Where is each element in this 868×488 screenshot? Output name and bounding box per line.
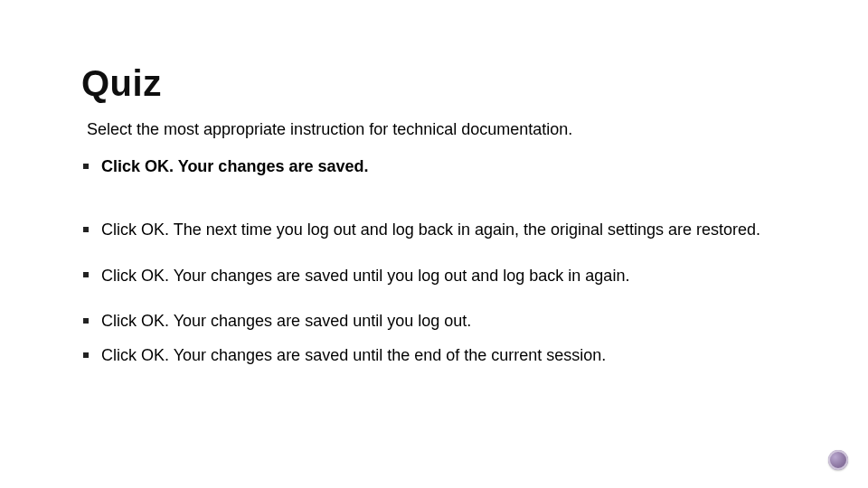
option-text: . Your changes are saved until you log o… [165, 312, 471, 330]
quiz-prompt: Select the most appropriate instruction … [87, 120, 787, 139]
option-prefix: Click OK [101, 346, 165, 364]
option-prefix: Click OK [101, 221, 165, 239]
option-text: . Your changes are saved until the end o… [165, 346, 606, 364]
quiz-option[interactable]: Click OK. Your changes are saved until t… [81, 344, 787, 366]
option-prefix: Click OK [101, 312, 165, 330]
quiz-option[interactable]: Click OK. The next time you log out and … [81, 219, 787, 240]
option-text: . Your changes are saved. [169, 157, 368, 175]
slide-title: Quiz [81, 63, 787, 104]
option-text: . Your changes are saved until you log o… [165, 267, 629, 285]
quiz-option[interactable]: Click OK. Your changes are saved until y… [81, 310, 787, 332]
slide: Quiz Select the most appropriate instruc… [0, 0, 868, 488]
option-prefix: Click OK [101, 267, 165, 285]
quiz-option[interactable]: Click OK. Your changes are saved. [81, 155, 787, 177]
option-prefix: Click OK [101, 157, 169, 175]
option-text: . The next time you log out and log back… [165, 221, 760, 239]
sphere-icon [828, 450, 848, 470]
quiz-option[interactable]: Click OK. Your changes are saved until y… [81, 265, 787, 286]
quiz-options: Click OK. Your changes are saved. Click … [81, 155, 787, 366]
